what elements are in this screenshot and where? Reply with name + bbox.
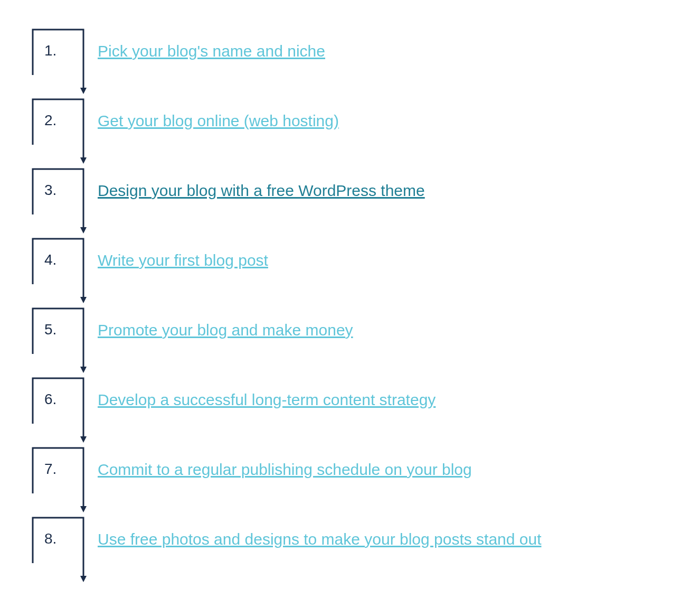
- step-number-box: 2.: [32, 97, 77, 144]
- step-link[interactable]: Commit to a regular publishing schedule …: [98, 459, 472, 480]
- step-number-box: 3.: [32, 166, 77, 214]
- step-number: 8.: [44, 530, 56, 547]
- step-number: 5.: [44, 321, 56, 338]
- step-link[interactable]: Use free photos and designs to make your…: [98, 529, 542, 549]
- step-number-box: 4.: [32, 236, 77, 284]
- step-number: 1.: [44, 42, 56, 59]
- step-number-box: 6.: [32, 376, 77, 423]
- step-link[interactable]: Promote your blog and make money: [98, 320, 353, 340]
- step-link[interactable]: Pick your blog's name and niche: [98, 41, 325, 61]
- step-number: 3.: [44, 182, 56, 199]
- step-number-box: 8.: [32, 515, 77, 563]
- list-item: 4. Write your first blog post: [32, 225, 668, 295]
- step-link[interactable]: Get your blog online (web hosting): [98, 110, 339, 131]
- bracket-arrow-icon: [32, 517, 90, 586]
- step-number: 4.: [44, 251, 56, 268]
- step-number: 6.: [44, 391, 56, 408]
- step-link[interactable]: Write your first blog post: [98, 250, 268, 270]
- step-number-box: 5.: [32, 306, 77, 353]
- list-item: 6. Develop a successful long-term conten…: [32, 365, 668, 434]
- step-link[interactable]: Design your blog with a free WordPress t…: [98, 180, 425, 201]
- step-link[interactable]: Develop a successful long-term content s…: [98, 389, 436, 410]
- list-item: 2. Get your blog online (web hosting): [32, 86, 668, 155]
- step-number: 2.: [44, 112, 56, 129]
- step-number: 7.: [44, 461, 56, 478]
- list-item: 5. Promote your blog and make money: [32, 295, 668, 365]
- list-item: 8. Use free photos and designs to make y…: [32, 504, 668, 574]
- step-number-box: 1.: [32, 27, 77, 74]
- step-number-box: 7.: [32, 445, 77, 493]
- step-list: 1. Pick your blog's name and niche 2. Ge…: [32, 16, 668, 574]
- list-item: 1. Pick your blog's name and niche: [32, 16, 668, 86]
- list-item: 7. Commit to a regular publishing schedu…: [32, 434, 668, 504]
- list-item: 3. Design your blog with a free WordPres…: [32, 155, 668, 225]
